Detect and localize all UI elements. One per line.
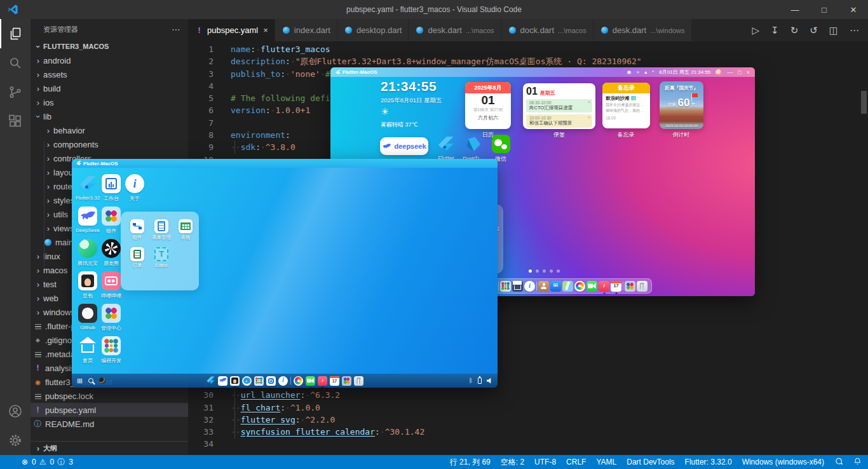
close-icon[interactable]: × xyxy=(588,115,590,119)
widgets_gray-icon[interactable] xyxy=(625,281,635,292)
dock-calendar[interactable]: 17 xyxy=(611,281,621,292)
tab-pubspec.yaml[interactable]: !pubspec.yaml× xyxy=(188,19,275,41)
folder-app-表单管理[interactable]: 表单管理 xyxy=(151,219,172,241)
launchpad-app-组件[interactable]: 组件 xyxy=(100,207,123,234)
notifications-icon[interactable]: ◉ xyxy=(627,70,632,75)
calendar-widget[interactable]: 2025年8月 01 第186天 第27周 六月初六 xyxy=(465,82,511,129)
page-dot[interactable] xyxy=(557,269,560,273)
taskbar-photos[interactable] xyxy=(294,376,303,386)
mail-icon[interactable]: ✉ xyxy=(550,281,561,292)
flutter-icon[interactable] xyxy=(437,135,456,153)
taskbar-calendar[interactable]: 17 xyxy=(330,376,339,386)
photos-icon[interactable] xyxy=(294,376,303,386)
settings-icon[interactable]: * xyxy=(652,70,654,75)
timeline-button[interactable]: ↺ xyxy=(810,25,818,36)
extensions-icon[interactable] xyxy=(0,107,31,136)
deepseek-button[interactable]: deepseek xyxy=(380,137,428,155)
close-tab-icon[interactable]: × xyxy=(263,25,268,35)
status-item[interactable]: UTF-8 xyxy=(534,458,556,466)
calendar-icon[interactable]: 17 xyxy=(611,281,621,292)
split-editor-button[interactable]: ◫ xyxy=(829,25,838,36)
launchpad-app-哔哩哔哩[interactable]: 哔哩哔哩 xyxy=(100,271,123,299)
taskbar-deepseek[interactable] xyxy=(218,376,227,386)
taskbar-safari[interactable] xyxy=(242,376,252,386)
doubao-icon[interactable] xyxy=(230,376,240,386)
maps-icon[interactable] xyxy=(562,281,573,292)
music-icon[interactable]: ♪ xyxy=(599,281,609,292)
yuanbao-icon[interactable] xyxy=(78,239,97,258)
github-icon[interactable] xyxy=(78,304,97,323)
tree-item[interactable]: ›build xyxy=(31,81,188,95)
launcher-grid-icon[interactable]: ⊞ xyxy=(77,377,83,384)
status-item[interactable]: CRLF xyxy=(566,458,586,466)
launchpad-app-Flutter3.32[interactable]: Flutter3.32 xyxy=(76,174,99,201)
flutter-icon[interactable] xyxy=(206,376,215,386)
facetime-icon[interactable] xyxy=(306,376,315,386)
dock-photos[interactable] xyxy=(574,281,585,292)
tree-item[interactable]: ⓘREADME.md xyxy=(31,417,188,431)
calendar-icon[interactable]: 17 xyxy=(330,376,339,386)
editor_t-icon[interactable]: T xyxy=(154,247,168,261)
safari-icon[interactable] xyxy=(242,376,252,386)
taskbar-widgets_gray[interactable] xyxy=(342,376,351,386)
more-actions-button[interactable]: ⋯ xyxy=(850,25,859,36)
run-button[interactable]: ▷ xyxy=(752,25,760,36)
taskbar-about[interactable]: i xyxy=(278,376,288,386)
tab-index.dart[interactable]: index.dart xyxy=(275,19,337,41)
dock-trash[interactable] xyxy=(637,281,648,292)
macos-launchpad-window[interactable]: Flutter-MacOS Flutter3.32工作台i关于DeepSeek组… xyxy=(72,159,498,388)
table-icon[interactable] xyxy=(179,219,193,233)
tab-desktop.dart[interactable]: desktop.dart xyxy=(337,19,409,41)
tree-item[interactable]: ›ios xyxy=(31,95,188,109)
avatar[interactable] xyxy=(715,69,722,76)
launchpad-app-编程开发[interactable]: 编程开发 xyxy=(100,336,123,364)
order-icon[interactable] xyxy=(130,247,144,261)
project-root-row[interactable]: › FLUTTER3_MACOS xyxy=(31,39,188,53)
notes-widget[interactable]: 01 星期五 08:30-10:00向CTO汇报项目进度×10:00-10:30… xyxy=(523,83,595,129)
tree-item[interactable]: pubspec.lock xyxy=(31,389,188,403)
deepseek-icon[interactable] xyxy=(78,207,97,226)
dock-facetime[interactable] xyxy=(587,281,597,292)
settings-gear-icon[interactable] xyxy=(0,426,31,455)
run-below-button[interactable]: ↧ xyxy=(771,25,779,36)
devapps-icon[interactable] xyxy=(102,336,121,355)
doubao-icon[interactable] xyxy=(78,271,97,290)
feedback-icon[interactable] xyxy=(834,457,843,468)
about-icon[interactable]: i xyxy=(524,281,535,292)
tab-dock.dart[interactable]: dock.dart...\macos xyxy=(501,19,593,41)
schedule-item[interactable]: 10:00-10:30和张工确认下期预算× xyxy=(526,114,592,128)
bilibili-icon[interactable] xyxy=(102,271,121,290)
taskbar-dashboard[interactable] xyxy=(266,376,276,386)
taskbar-flutter[interactable] xyxy=(206,376,215,386)
widgets-folder-panel[interactable]: 组件表单管理表格订单TEditor xyxy=(121,212,199,290)
search-icon[interactable] xyxy=(88,378,93,383)
home_dark-icon[interactable] xyxy=(512,281,523,292)
trash-icon[interactable] xyxy=(354,376,363,386)
tree-item[interactable]: ›assets xyxy=(31,67,188,81)
theme-icon[interactable] xyxy=(99,377,105,384)
flow-icon[interactable] xyxy=(130,219,144,233)
tree-item[interactable]: ›android xyxy=(31,53,188,67)
dock-devapps[interactable] xyxy=(500,281,511,292)
tab-desk.dart[interactable]: desk.dart...\windows xyxy=(593,19,692,41)
status-item[interactable]: Dart DevTools xyxy=(627,458,674,466)
folder-app-Editor[interactable]: TEditor xyxy=(151,247,172,268)
memo-widget[interactable]: 备忘录 鼓浪屿沙滩 我常去沙滩漫步海边，体味海的气息，海的… 18:00 xyxy=(602,83,650,128)
folder-app-表格[interactable]: 表格 xyxy=(175,219,196,241)
launchpad-app-工作台[interactable]: 工作台 xyxy=(100,174,123,202)
home_outline-icon[interactable] xyxy=(78,336,97,355)
status-item[interactable]: Flutter: 3.32.0 xyxy=(685,458,732,466)
close-icon[interactable]: × xyxy=(588,100,590,104)
about-icon[interactable]: i xyxy=(125,174,144,193)
volume-icon[interactable] xyxy=(487,378,492,384)
views-more-actions-icon[interactable]: ⋯ xyxy=(172,24,180,34)
pin-icon[interactable]: ▴ xyxy=(644,70,647,75)
tree-item[interactable]: !pubspec.yaml xyxy=(31,403,188,417)
widgets_blue-icon[interactable] xyxy=(102,207,121,226)
maximize-button[interactable]: □ xyxy=(810,0,839,19)
launchpad-app-朋友圈[interactable]: 朋友圈 xyxy=(100,239,123,267)
widgets_gray-icon[interactable] xyxy=(342,376,351,386)
status-item[interactable]: 行 21, 列 69 xyxy=(450,457,491,468)
launchpad-app-关于[interactable]: i关于 xyxy=(123,174,146,202)
tab-desk.dart[interactable]: desk.dart...\macos xyxy=(409,19,501,41)
